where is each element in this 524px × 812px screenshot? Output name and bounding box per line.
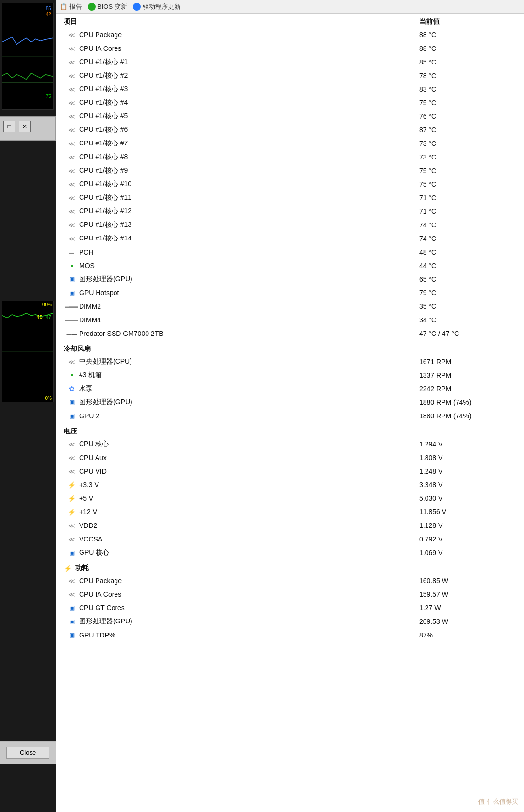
table-row[interactable]: CPU #1/核心 #13 74 °C bbox=[56, 218, 524, 232]
table-row[interactable]: CPU 核心 1.294 V bbox=[56, 437, 524, 451]
table-header: 项目 当前值 bbox=[56, 16, 524, 28]
table-row[interactable]: VCCSA 0.792 V bbox=[56, 532, 524, 546]
row-value: 83 °C bbox=[419, 85, 516, 93]
gpu-icon bbox=[67, 275, 76, 284]
table-row[interactable]: GPU Hotspot 79 °C bbox=[56, 286, 524, 300]
lightning-section-icon bbox=[64, 564, 72, 573]
table-row[interactable]: CPU Package 88 °C bbox=[56, 28, 524, 42]
header-value: 当前值 bbox=[419, 17, 516, 26]
row-name: DIMM2 bbox=[79, 303, 419, 310]
volt-cpu-icon bbox=[67, 453, 76, 462]
table-row[interactable]: #3 机箱 1337 RPM bbox=[56, 368, 524, 382]
table-row[interactable]: CPU #1/核心 #1 85 °C bbox=[56, 55, 524, 69]
row-value: 1880 RPM (74%) bbox=[419, 398, 516, 406]
table-row[interactable]: 水泵 2242 RPM bbox=[56, 382, 524, 396]
main-content: 📋 报告 BIOS 变新 驱动程序更新 项目 当前值 CPU Package 8… bbox=[56, 0, 524, 812]
table-row[interactable]: CPU Package 160.85 W bbox=[56, 574, 524, 588]
row-name: CPU #1/核心 #14 bbox=[79, 234, 419, 243]
table-row[interactable]: +3.3 V 3.348 V bbox=[56, 478, 524, 492]
table-row[interactable]: GPU 2 1880 RPM (74%) bbox=[56, 409, 524, 423]
row-value: 73 °C bbox=[419, 153, 516, 161]
table-row[interactable]: ▬ Predator SSD GM7000 2TB 47 °C / 47 °C bbox=[56, 327, 524, 340]
table-row[interactable]: +5 V 5.030 V bbox=[56, 492, 524, 505]
table-row[interactable]: CPU IA Cores 88 °C bbox=[56, 42, 524, 55]
table-row[interactable]: +12 V 11.856 V bbox=[56, 505, 524, 519]
minimize-button[interactable]: □ bbox=[3, 121, 15, 132]
table-row[interactable]: 图形处理器(GPU) 1880 RPM (74%) bbox=[56, 396, 524, 409]
row-name: CPU #1/核心 #1 bbox=[79, 58, 419, 66]
graph-0-label: 0% bbox=[45, 396, 52, 401]
row-name: CPU #1/核心 #13 bbox=[79, 221, 419, 229]
table-row[interactable]: CPU #1/核心 #7 73 °C bbox=[56, 137, 524, 150]
mos-icon bbox=[67, 261, 76, 270]
row-value: 2242 RPM bbox=[419, 385, 516, 393]
row-name: CPU #1/核心 #9 bbox=[79, 166, 419, 175]
power-section-header: 功耗 bbox=[56, 562, 524, 574]
table-row[interactable]: CPU #1/核心 #6 87 °C bbox=[56, 123, 524, 137]
table-row[interactable]: CPU GT Cores 1.27 W bbox=[56, 601, 524, 615]
row-value: 75 °C bbox=[419, 167, 516, 175]
row-name: 图形处理器(GPU) bbox=[79, 398, 419, 407]
row-name: 图形处理器(GPU) bbox=[79, 617, 419, 626]
row-value: 5.030 V bbox=[419, 494, 516, 502]
row-name: +12 V bbox=[79, 508, 419, 516]
table-row[interactable]: CPU #1/核心 #9 75 °C bbox=[56, 164, 524, 177]
table-row[interactable]: 图形处理器(GPU) 209.53 W bbox=[56, 615, 524, 628]
row-name: CPU VID bbox=[79, 467, 419, 475]
table-row[interactable]: CPU #1/核心 #2 78 °C bbox=[56, 69, 524, 82]
table-row[interactable]: CPU IA Cores 159.57 W bbox=[56, 588, 524, 601]
toolbar-bios[interactable]: BIOS 变新 bbox=[88, 2, 127, 11]
row-value: 1880 RPM (74%) bbox=[419, 412, 516, 420]
volt-cpu-icon bbox=[67, 576, 76, 585]
row-name: CPU #1/核心 #12 bbox=[79, 207, 419, 216]
table-row[interactable]: CPU #1/核心 #8 73 °C bbox=[56, 150, 524, 164]
table-row[interactable]: MOS 44 °C bbox=[56, 259, 524, 272]
ssd-icon: ▬ bbox=[67, 329, 76, 338]
close-window-button[interactable]: ✕ bbox=[19, 121, 31, 132]
table-row[interactable]: CPU #1/核心 #11 71 °C bbox=[56, 191, 524, 205]
driver-icon bbox=[133, 3, 141, 11]
table-row[interactable]: CPU #1/核心 #12 71 °C bbox=[56, 205, 524, 218]
toolbar-report[interactable]: 📋 报告 bbox=[60, 2, 82, 11]
table-row[interactable]: CPU VID 1.248 V bbox=[56, 464, 524, 478]
table-row[interactable]: CPU #1/核心 #3 83 °C bbox=[56, 82, 524, 96]
graph-mid-val1: 45 bbox=[37, 314, 43, 320]
table-row[interactable]: 图形处理器(GPU) 65 °C bbox=[56, 272, 524, 286]
table-row[interactable]: CPU #1/核心 #14 74 °C bbox=[56, 232, 524, 245]
fan-section-header: 冷却风扇 bbox=[56, 343, 524, 355]
row-name: CPU #1/核心 #8 bbox=[79, 153, 419, 161]
row-name: GPU 2 bbox=[79, 412, 419, 420]
table-row[interactable]: GPU 核心 1.069 V bbox=[56, 546, 524, 559]
table-row[interactable]: ▬▬ DIMM4 34 °C bbox=[56, 313, 524, 327]
row-value: 76 °C bbox=[419, 112, 516, 120]
toolbar-driver[interactable]: 驱动程序更新 bbox=[133, 2, 180, 11]
volt-cpu-icon bbox=[67, 590, 76, 599]
table-row[interactable]: CPU #1/核心 #10 75 °C bbox=[56, 177, 524, 191]
toolbar: 📋 报告 BIOS 变新 驱动程序更新 bbox=[56, 0, 524, 14]
table-row[interactable]: VDD2 1.128 V bbox=[56, 519, 524, 532]
lightning-icon bbox=[67, 494, 76, 503]
row-name: 水泵 bbox=[79, 384, 419, 393]
graph-top-val1: 86 bbox=[46, 5, 51, 11]
cpu-icon bbox=[67, 85, 76, 94]
row-name: #3 机箱 bbox=[79, 371, 419, 380]
table-row[interactable]: GPU TDP% 87% bbox=[56, 628, 524, 642]
lightning-icon bbox=[67, 480, 76, 489]
row-value: 87% bbox=[419, 631, 516, 639]
table-row[interactable]: ▬▬ DIMM2 35 °C bbox=[56, 300, 524, 313]
dimm-icon: ▬▬ bbox=[67, 316, 76, 324]
row-value: 1.294 V bbox=[419, 440, 516, 448]
row-value: 74 °C bbox=[419, 221, 516, 229]
row-value: 44 °C bbox=[419, 262, 516, 270]
table-row[interactable]: CPU #1/核心 #4 75 °C bbox=[56, 96, 524, 110]
row-name: Predator SSD GM7000 2TB bbox=[79, 330, 419, 337]
table-row[interactable]: CPU #1/核心 #5 76 °C bbox=[56, 110, 524, 123]
row-name: PCH bbox=[79, 248, 419, 256]
row-name: GPU TDP% bbox=[79, 631, 419, 639]
row-value: 1.128 V bbox=[419, 522, 516, 529]
row-value: 159.57 W bbox=[419, 590, 516, 598]
table-row[interactable]: CPU Aux 1.808 V bbox=[56, 451, 524, 464]
close-button[interactable]: Close bbox=[6, 747, 49, 759]
table-row[interactable]: 中央处理器(CPU) 1671 RPM bbox=[56, 355, 524, 368]
table-row[interactable]: PCH 48 °C bbox=[56, 245, 524, 259]
